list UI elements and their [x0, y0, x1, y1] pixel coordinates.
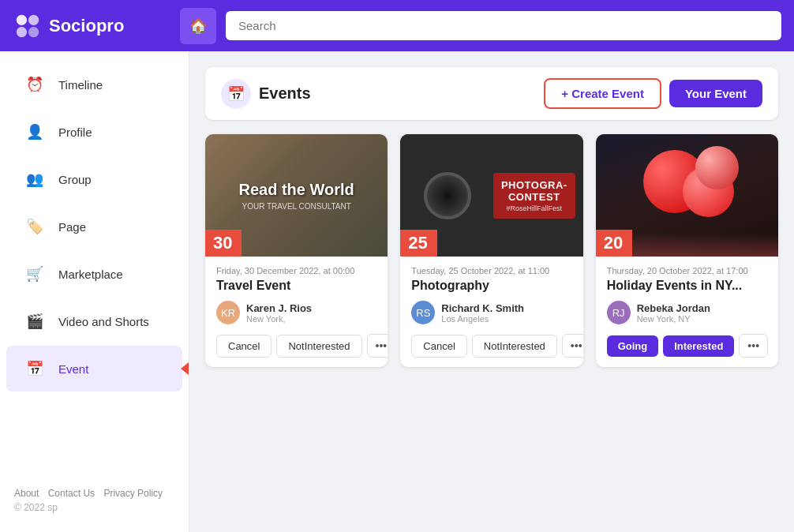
- contact-link[interactable]: Contact Us: [48, 488, 95, 499]
- card3-author-location: New York, NY: [637, 314, 710, 324]
- sidebar-item-label: Marketplace: [58, 268, 123, 281]
- card3-author: RJ Rebeka Jordan New York, NY: [607, 301, 767, 324]
- card3-author-name: Rebeka Jordan: [637, 302, 710, 314]
- card2-author-name: Richard K. Smith: [441, 302, 524, 314]
- svg-point-1: [28, 14, 39, 24]
- card3-title: Holiday Events in NY...: [607, 279, 767, 293]
- sidebar-item-label: Event: [58, 362, 88, 376]
- card3-date-text: Thursday, 20 October 2022, at 17:00: [607, 266, 767, 275]
- card1-date-text: Friday, 30 December 2022, at 00:00: [216, 266, 376, 275]
- card1-not-interested-button[interactable]: NotInterested: [276, 335, 361, 358]
- card2-title: Photography: [411, 279, 571, 293]
- card3-actions: Going Interested •••: [607, 334, 767, 358]
- card3-author-avatar: RJ: [607, 301, 631, 324]
- card1-title: Travel Event: [216, 279, 376, 293]
- card2-contest-tag: #RoseHillFallFest: [501, 204, 567, 212]
- logo: Sociopro: [13, 11, 170, 41]
- svg-point-3: [28, 26, 39, 36]
- events-page-title: Events: [259, 84, 311, 103]
- sidebar-item-label: Group: [58, 173, 92, 186]
- card2-author-info: Richard K. Smith Los Angeles: [441, 302, 524, 324]
- card1-overlay-sub: YOUR TRAVEL CONSULTANT: [242, 202, 350, 211]
- card2-date-text: Tuesday, 25 October 2022, at 11:00: [411, 266, 571, 275]
- events-cards-grid: Read the World YOUR TRAVEL CONSULTANT 30…: [205, 134, 778, 367]
- card1-actions: Cancel NotInterested •••: [216, 334, 376, 358]
- card3-author-info: Rebeka Jordan New York, NY: [637, 302, 710, 324]
- main-layout: ⏰ Timeline 👤 Profile 👥 Group 🏷️ Page 🛒 M…: [0, 51, 794, 532]
- page-icon: 🏷️: [21, 212, 49, 241]
- card2-not-interested-button[interactable]: NotInterested: [472, 335, 557, 358]
- sidebar-item-label: Page: [58, 220, 86, 234]
- header: Sociopro 🏠: [0, 0, 794, 51]
- timeline-icon: ⏰: [21, 70, 49, 99]
- camera-lens-icon: [424, 172, 471, 219]
- events-title-area: 📅 Events: [221, 79, 544, 109]
- sidebar: ⏰ Timeline 👤 Profile 👥 Group 🏷️ Page 🛒 M…: [0, 51, 189, 532]
- event-card-1: Read the World YOUR TRAVEL CONSULTANT 30…: [205, 134, 388, 367]
- search-input[interactable]: [226, 11, 781, 40]
- card2-more-button[interactable]: •••: [562, 334, 583, 358]
- card1-overlay-title: Read the World: [239, 181, 354, 199]
- card3-interested-button[interactable]: Interested: [663, 335, 734, 357]
- svg-point-2: [17, 26, 27, 36]
- sidebar-item-profile[interactable]: 👤 Profile: [6, 109, 182, 155]
- home-button[interactable]: 🏠: [180, 8, 216, 44]
- card2-author-location: Los Angeles: [441, 314, 524, 324]
- card1-author: KR Karen J. Rios New York,: [216, 301, 376, 324]
- active-arrow-indicator: [181, 362, 189, 375]
- sidebar-footer: About Contact Us Privacy Policy © 2022 s…: [0, 478, 189, 523]
- group-icon: 👥: [21, 165, 49, 193]
- marketplace-icon: 🛒: [21, 260, 49, 288]
- card2-author-avatar: RS: [411, 301, 435, 324]
- main-content: 📅 Events + Create Event Your Event Read …: [189, 51, 794, 532]
- ornament-ball-3: [695, 146, 739, 189]
- card3-image: 20: [596, 134, 778, 257]
- card2-cancel-button[interactable]: Cancel: [411, 335, 466, 358]
- events-title-icon: 📅: [221, 79, 251, 109]
- sidebar-item-label: Video and Shorts: [58, 315, 149, 328]
- privacy-link[interactable]: Privacy Policy: [103, 488, 163, 499]
- card2-actions: Cancel NotInterested •••: [411, 334, 571, 358]
- about-link[interactable]: About: [14, 488, 39, 499]
- logo-icon: [13, 11, 43, 41]
- card3-body: Thursday, 20 October 2022, at 17:00 Holi…: [596, 257, 778, 367]
- create-event-button[interactable]: + Create Event: [544, 78, 661, 109]
- card2-date-badge: 25: [400, 230, 436, 257]
- event-icon: 📅: [21, 354, 49, 383]
- card1-image: Read the World YOUR TRAVEL CONSULTANT 30: [205, 134, 388, 257]
- sidebar-item-marketplace[interactable]: 🛒 Marketplace: [6, 251, 182, 297]
- events-header: 📅 Events + Create Event Your Event: [205, 67, 778, 120]
- sidebar-item-event[interactable]: 📅 Event: [6, 346, 182, 392]
- card1-more-button[interactable]: •••: [367, 334, 388, 358]
- event-card-3: 20 Thursday, 20 October 2022, at 17:00 H…: [596, 134, 778, 367]
- card2-image: PHOTOGRA-CONTEST #RoseHillFallFest 25: [400, 134, 582, 257]
- event-card-2: PHOTOGRA-CONTEST #RoseHillFallFest 25 Tu…: [400, 134, 582, 367]
- card1-author-avatar: KR: [216, 301, 240, 324]
- svg-point-0: [17, 14, 27, 24]
- sidebar-item-video-and-shorts[interactable]: 🎬 Video and Shorts: [6, 298, 182, 344]
- card3-date-badge: 20: [596, 230, 632, 257]
- sidebar-item-group[interactable]: 👥 Group: [6, 156, 182, 202]
- app-name: Sociopro: [49, 16, 124, 36]
- copyright-text: © 2022 sp: [14, 502, 174, 513]
- card1-body: Friday, 30 December 2022, at 00:00 Trave…: [205, 257, 388, 367]
- sidebar-item-label: Profile: [58, 126, 92, 139]
- card2-body: Tuesday, 25 October 2022, at 11:00 Photo…: [400, 257, 582, 367]
- card1-author-info: Karen J. Rios New York,: [246, 302, 312, 324]
- video-icon: 🎬: [21, 307, 49, 335]
- card2-contest-overlay: PHOTOGRA-CONTEST #RoseHillFallFest: [493, 173, 575, 219]
- your-event-button[interactable]: Your Event: [669, 80, 762, 107]
- sidebar-item-label: Timeline: [58, 78, 103, 92]
- card1-author-location: New York,: [246, 314, 312, 324]
- sidebar-item-timeline[interactable]: ⏰ Timeline: [6, 62, 182, 107]
- sidebar-item-page[interactable]: 🏷️ Page: [6, 204, 182, 249]
- card3-more-button[interactable]: •••: [739, 334, 768, 358]
- card1-cancel-button[interactable]: Cancel: [216, 335, 272, 358]
- card1-date-badge: 30: [205, 230, 242, 257]
- card2-author: RS Richard K. Smith Los Angeles: [411, 301, 571, 324]
- card2-contest-title: PHOTOGRA-CONTEST: [501, 179, 567, 203]
- profile-icon: 👤: [21, 118, 49, 146]
- card1-author-name: Karen J. Rios: [246, 302, 312, 314]
- card3-going-button[interactable]: Going: [607, 335, 659, 357]
